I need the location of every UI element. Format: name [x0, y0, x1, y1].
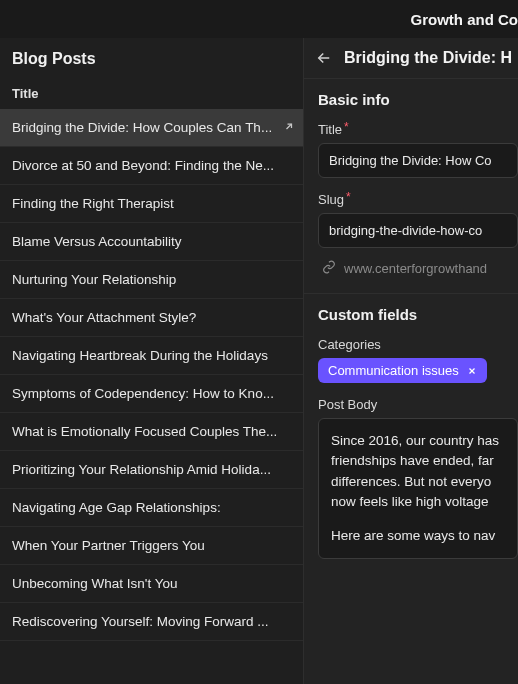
detail-title: Bridging the Divide: H — [344, 49, 512, 67]
required-asterisk: * — [346, 190, 351, 204]
post-row[interactable]: Blame Versus Accountability — [0, 223, 303, 261]
post-row[interactable]: Unbecoming What Isn't You — [0, 565, 303, 603]
post-title: Unbecoming What Isn't You — [12, 576, 177, 591]
close-icon — [467, 366, 477, 376]
categories-label: Categories — [318, 337, 518, 352]
panel-title: Blog Posts — [0, 38, 303, 78]
section-heading-basic: Basic info — [318, 91, 518, 108]
post-title: Divorce at 50 and Beyond: Finding the Ne… — [12, 158, 274, 173]
link-icon — [322, 260, 336, 277]
column-header-title: Title — [0, 78, 303, 109]
post-title: Bridging the Divide: How Couples Can Th.… — [12, 120, 272, 135]
required-asterisk: * — [344, 120, 349, 134]
post-title: What's Your Attachment Style? — [12, 310, 196, 325]
post-row[interactable]: What's Your Attachment Style? — [0, 299, 303, 337]
back-button[interactable] — [314, 48, 334, 68]
open-indicator-icon — [283, 120, 295, 135]
post-body-paragraph: Here are some ways to nav — [331, 526, 517, 546]
post-body-editor[interactable]: Since 2016, our country has friendships … — [318, 418, 518, 559]
custom-fields-section: Custom fields Categories Communication i… — [304, 294, 518, 573]
detail-panel: Bridging the Divide: H Basic info Title*… — [304, 38, 518, 684]
arrow-left-icon — [315, 49, 333, 67]
post-title: When Your Partner Triggers You — [12, 538, 205, 553]
main-area: Blog Posts Title Bridging the Divide: Ho… — [0, 38, 518, 684]
post-body-paragraph: Since 2016, our country has friendships … — [331, 431, 517, 512]
post-row[interactable]: Prioritizing Your Relationship Amid Holi… — [0, 451, 303, 489]
post-row[interactable]: Navigating Heartbreak During the Holiday… — [0, 337, 303, 375]
post-title: What is Emotionally Focused Couples The.… — [12, 424, 277, 439]
post-row[interactable]: Navigating Age Gap Relationships: — [0, 489, 303, 527]
section-heading-custom: Custom fields — [318, 306, 518, 323]
post-title: Prioritizing Your Relationship Amid Holi… — [12, 462, 271, 477]
blog-posts-panel: Blog Posts Title Bridging the Divide: Ho… — [0, 38, 304, 684]
slug-input[interactable]: bridging-the-divide-how-co — [318, 213, 518, 248]
post-row[interactable]: Bridging the Divide: How Couples Can Th.… — [0, 109, 303, 147]
post-title: Navigating Age Gap Relationships: — [12, 500, 221, 515]
post-title: Symptoms of Codependency: How to Kno... — [12, 386, 274, 401]
title-field-label: Title* — [318, 122, 518, 137]
url-preview[interactable]: www.centerforgrowthand — [318, 256, 518, 279]
basic-info-section: Basic info Title* Bridging the Divide: H… — [304, 79, 518, 294]
post-title: Rediscovering Yourself: Moving Forward .… — [12, 614, 269, 629]
post-body-label: Post Body — [318, 397, 518, 412]
post-title: Finding the Right Therapist — [12, 196, 174, 211]
post-row[interactable]: Finding the Right Therapist — [0, 185, 303, 223]
url-preview-text: www.centerforgrowthand — [344, 261, 487, 276]
post-row[interactable]: Divorce at 50 and Beyond: Finding the Ne… — [0, 147, 303, 185]
title-input[interactable]: Bridging the Divide: How Co — [318, 143, 518, 178]
post-title: Blame Versus Accountability — [12, 234, 182, 249]
slug-field-label: Slug* — [318, 192, 518, 207]
top-header: Growth and Co — [0, 0, 518, 38]
post-row[interactable]: Rediscovering Yourself: Moving Forward .… — [0, 603, 303, 641]
post-title: Navigating Heartbreak During the Holiday… — [12, 348, 268, 363]
post-list: Bridging the Divide: How Couples Can Th.… — [0, 109, 303, 641]
post-row[interactable]: When Your Partner Triggers You — [0, 527, 303, 565]
post-row[interactable]: Symptoms of Codependency: How to Kno... — [0, 375, 303, 413]
category-tag-label: Communication issues — [328, 363, 459, 378]
post-row[interactable]: Nurturing Your Relationship — [0, 261, 303, 299]
detail-header: Bridging the Divide: H — [304, 38, 518, 79]
tag-remove-button[interactable] — [465, 364, 479, 378]
post-title: Nurturing Your Relationship — [12, 272, 176, 287]
category-tag[interactable]: Communication issues — [318, 358, 487, 383]
workspace-title: Growth and Co — [403, 11, 519, 28]
post-row[interactable]: What is Emotionally Focused Couples The.… — [0, 413, 303, 451]
